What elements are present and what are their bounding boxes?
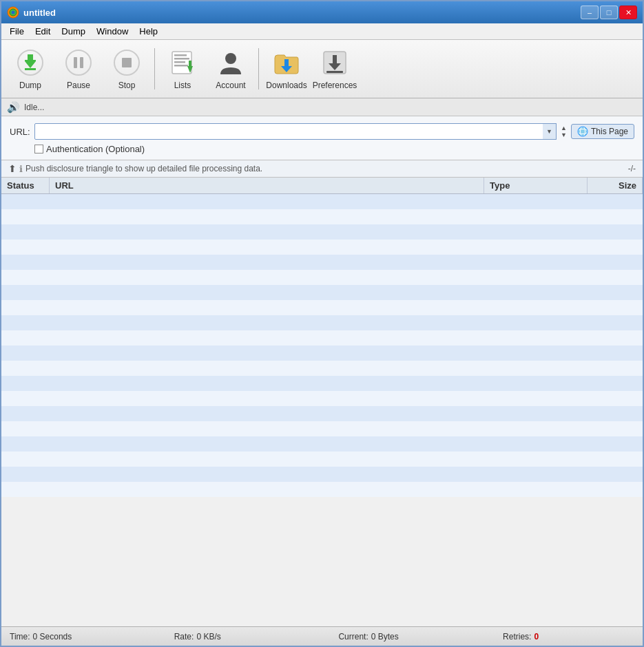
- url-area: URL: ▼ ▲ ▼ This Page Au: [1, 116, 643, 160]
- table-row[interactable]: [1, 315, 643, 330]
- svg-rect-11: [122, 58, 132, 67]
- table-row[interactable]: [1, 406, 643, 421]
- pause-icon: [63, 47, 94, 78]
- main-window: untitled – □ ✕ File Edit Dump Window Hel…: [0, 0, 644, 647]
- table-row[interactable]: [1, 452, 643, 467]
- retries-label: Retries:: [503, 632, 531, 641]
- rate-value: 0 KB/s: [196, 632, 220, 641]
- table-row[interactable]: [1, 224, 643, 240]
- maximize-button[interactable]: □: [600, 6, 618, 19]
- auth-checkbox[interactable]: [34, 145, 43, 153]
- table-row[interactable]: [1, 421, 643, 436]
- rate-label: Rate:: [174, 632, 194, 641]
- time-label: Time:: [10, 632, 30, 641]
- lists-label: Lists: [174, 81, 191, 90]
- svg-rect-15: [174, 61, 185, 63]
- preferences-button[interactable]: Preferences: [311, 43, 358, 95]
- status-line: 🔊 Idle...: [1, 98, 643, 116]
- menu-edit[interactable]: Edit: [30, 25, 56, 38]
- account-button[interactable]: Account: [207, 43, 254, 95]
- table-row[interactable]: [1, 391, 643, 406]
- table-row[interactable]: [1, 376, 643, 391]
- table-row[interactable]: [1, 255, 643, 270]
- table-row[interactable]: [1, 240, 643, 255]
- svg-rect-8: [74, 57, 77, 68]
- lists-button[interactable]: Lists: [159, 43, 206, 95]
- svg-point-7: [66, 50, 91, 75]
- svg-marker-5: [28, 54, 33, 60]
- url-arrows[interactable]: ▲ ▼: [561, 125, 567, 138]
- dump-button[interactable]: Dump: [7, 43, 54, 95]
- this-page-button[interactable]: This Page: [571, 124, 634, 139]
- table-wrap: Status URL Type Size: [1, 178, 643, 626]
- menu-help[interactable]: Help: [134, 25, 163, 38]
- col-header-size: Size: [588, 178, 643, 193]
- svg-rect-13: [174, 54, 187, 56]
- url-dropdown-button[interactable]: ▼: [543, 123, 557, 140]
- title-bar-left: untitled: [7, 6, 56, 19]
- table-body: [1, 194, 643, 626]
- stop-label: Stop: [118, 81, 136, 90]
- bottom-bar: Time: 0 Seconds Rate: 0 KB/s Current: 0 …: [1, 626, 643, 646]
- preferences-label: Preferences: [313, 81, 357, 90]
- table-row[interactable]: [1, 436, 643, 452]
- menu-bar: File Edit Dump Window Help: [1, 23, 643, 40]
- url-input-wrap: ▼: [34, 123, 557, 140]
- col-header-status: Status: [1, 178, 50, 193]
- pause-button[interactable]: Pause: [55, 43, 102, 95]
- status-text: Idle...: [24, 103, 44, 112]
- downloads-icon: [271, 47, 302, 78]
- table-row[interactable]: [1, 270, 643, 285]
- minimize-button[interactable]: –: [581, 6, 599, 19]
- url-label: URL:: [10, 127, 30, 137]
- table-row[interactable]: [1, 330, 643, 346]
- svg-point-2: [12, 11, 15, 14]
- app-icon: [7, 6, 19, 19]
- table-row[interactable]: [1, 194, 643, 209]
- table-row[interactable]: [1, 285, 643, 300]
- table-row[interactable]: [1, 482, 643, 497]
- stop-button[interactable]: Stop: [103, 43, 150, 95]
- stop-icon: [112, 47, 142, 78]
- svg-rect-9: [80, 57, 83, 68]
- menu-file[interactable]: File: [4, 25, 30, 38]
- svg-rect-16: [174, 65, 188, 67]
- current-label: Current:: [338, 632, 368, 641]
- downloads-button[interactable]: Downloads: [263, 43, 310, 95]
- disclosure-triangle-icon[interactable]: ⬆: [8, 163, 17, 174]
- menu-dump[interactable]: Dump: [56, 25, 91, 38]
- toolbar-separator-1: [154, 48, 155, 89]
- info-bar-left: ⬆ ℹ Push disclosure triangle to show up …: [8, 163, 262, 174]
- svg-point-19: [225, 53, 236, 64]
- table-header: Status URL Type Size: [1, 178, 643, 194]
- auth-row: Authentication (Optional): [10, 144, 634, 154]
- table-row[interactable]: [1, 300, 643, 315]
- lists-icon: [167, 47, 198, 78]
- svg-rect-18: [189, 61, 191, 67]
- rate-stat: Rate: 0 KB/s: [174, 632, 339, 641]
- table-row[interactable]: [1, 361, 643, 376]
- info-message: Push disclosure triangle to show up deta…: [25, 164, 262, 173]
- time-value: 0 Seconds: [33, 632, 72, 641]
- title-controls: – □ ✕: [581, 6, 637, 19]
- table-row[interactable]: [1, 467, 643, 482]
- info-right-text: -/-: [628, 164, 636, 173]
- current-stat: Current: 0 Bytes: [338, 632, 503, 641]
- dump-icon: [15, 47, 45, 78]
- account-icon: [216, 47, 246, 78]
- url-row: URL: ▼ ▲ ▼ This Page: [10, 123, 634, 140]
- retries-value: 0: [534, 632, 539, 641]
- speaker-icon: 🔊: [7, 101, 20, 114]
- info-icon: ℹ: [19, 164, 23, 174]
- close-button[interactable]: ✕: [619, 6, 637, 19]
- preferences-icon: [320, 47, 350, 78]
- url-input[interactable]: [34, 123, 557, 140]
- window-title: untitled: [23, 8, 56, 18]
- table-row[interactable]: [1, 346, 643, 361]
- current-value: 0 Bytes: [371, 632, 399, 641]
- menu-window[interactable]: Window: [91, 25, 134, 38]
- title-bar: untitled – □ ✕: [1, 1, 643, 23]
- svg-rect-25: [326, 71, 343, 73]
- account-label: Account: [216, 81, 245, 90]
- table-row[interactable]: [1, 209, 643, 224]
